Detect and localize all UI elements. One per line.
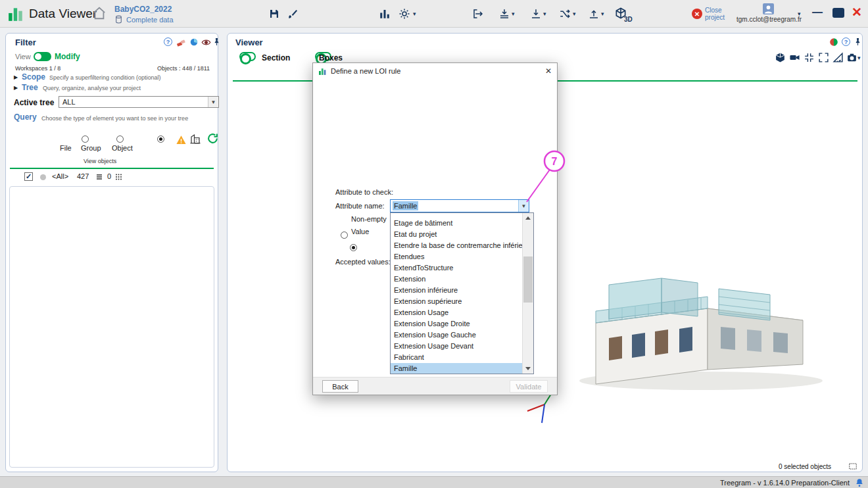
- scope-section-label[interactable]: Scope: [22, 72, 45, 82]
- dropdown-item[interactable]: Extension Usage Droite: [391, 318, 522, 329]
- tree-section-label[interactable]: Tree: [22, 83, 38, 92]
- dropdown-item-selected[interactable]: Famille: [391, 363, 522, 374]
- package-icon[interactable]: [775, 52, 786, 63]
- dropdown-item-clipped[interactable]: [391, 213, 522, 218]
- scroll-down-icon[interactable]: [523, 364, 533, 373]
- attribute-name-combobox[interactable]: Famille ▼: [390, 199, 529, 212]
- chevron-down-icon[interactable]: ▾: [512, 11, 515, 17]
- scroll-up-icon[interactable]: [523, 214, 533, 222]
- paint-brush-icon[interactable]: [287, 8, 299, 20]
- dropdown-item[interactable]: Fabricant: [391, 352, 522, 363]
- chevron-down-icon[interactable]: ▼: [518, 200, 529, 212]
- dropdown-item[interactable]: Extension inférieure: [391, 285, 522, 296]
- radio-file-label[interactable]: File: [60, 144, 72, 152]
- chevron-down-icon[interactable]: ▾: [413, 11, 416, 17]
- dialog-close-icon[interactable]: ✕: [545, 66, 552, 76]
- close-project-icon[interactable]: ✕: [692, 9, 702, 19]
- attribute-dropdown-list: Etage de bâtiment Etat du projet Etendre…: [390, 212, 534, 374]
- download-icon[interactable]: [530, 8, 542, 20]
- view-modify-toggle[interactable]: [34, 52, 51, 61]
- 3d-building-model[interactable]: [546, 216, 829, 401]
- dropdown-item[interactable]: Extension Usage: [391, 307, 522, 318]
- save-icon[interactable]: [268, 8, 280, 20]
- home-icon[interactable]: [92, 6, 107, 20]
- video-camera-icon[interactable]: [789, 52, 800, 63]
- help-icon[interactable]: ?: [842, 37, 850, 46]
- radio-non-empty[interactable]: [341, 232, 348, 239]
- dropdown-item[interactable]: Extension: [391, 274, 522, 285]
- collapse-view-icon[interactable]: [804, 52, 815, 63]
- user-email[interactable]: tgm.cclot@treegram.fr: [736, 16, 802, 23]
- dropdown-item[interactable]: Etage de bâtiment: [391, 218, 522, 229]
- pin-icon[interactable]: [212, 37, 221, 46]
- selection-box-icon[interactable]: [848, 462, 857, 471]
- radio-non-empty-label[interactable]: Non-empty: [351, 215, 387, 223]
- section-color-icon[interactable]: [829, 37, 838, 47]
- radio-group-label[interactable]: Group: [81, 144, 101, 152]
- chevron-down-icon[interactable]: ▾: [601, 11, 604, 17]
- upload-icon[interactable]: [588, 8, 600, 20]
- pie-chart-icon[interactable]: [189, 37, 199, 47]
- view-objects-label: View objects: [84, 158, 116, 164]
- dropdown-item[interactable]: Extension Usage Gauche: [391, 329, 522, 341]
- chevron-down-icon[interactable]: ▾: [543, 11, 546, 17]
- user-avatar-icon[interactable]: [763, 3, 774, 14]
- query-section-label[interactable]: Query: [14, 112, 37, 122]
- dialog-icon: [318, 67, 327, 76]
- dropdown-item[interactable]: Extension supérieure: [391, 296, 522, 307]
- list-icon[interactable]: [95, 173, 103, 181]
- tree-row-checkbox[interactable]: ✓: [24, 172, 33, 181]
- dropdown-item[interactable]: Etendues: [391, 251, 522, 262]
- tree-row-zero: 0: [107, 172, 111, 180]
- shuffle-icon[interactable]: [559, 8, 571, 20]
- tree-content-area[interactable]: [9, 186, 214, 468]
- radio-object[interactable]: [157, 135, 164, 143]
- refresh-icon[interactable]: [206, 132, 219, 145]
- chevron-down-icon[interactable]: ▾: [573, 11, 576, 17]
- back-button[interactable]: Back: [322, 380, 358, 393]
- expander-icon[interactable]: ▶: [14, 85, 18, 91]
- minimize-icon[interactable]: —: [812, 7, 823, 18]
- expander-icon[interactable]: ▶: [14, 74, 18, 80]
- measure-icon[interactable]: [832, 52, 844, 63]
- section-toggle[interactable]: [239, 52, 256, 61]
- active-tree-select[interactable]: ALL ▼: [59, 96, 219, 108]
- settings-gear-icon[interactable]: [398, 8, 410, 20]
- maximize-icon[interactable]: [832, 8, 844, 18]
- chevron-down-icon[interactable]: ▾: [857, 55, 861, 61]
- window-close-icon[interactable]: ✕: [852, 5, 862, 20]
- radio-value[interactable]: [350, 244, 357, 251]
- camera-icon[interactable]: [846, 52, 857, 63]
- chevron-down-icon[interactable]: ▾: [798, 11, 801, 17]
- project-name[interactable]: BabyCO2_2022: [114, 5, 172, 14]
- expand-view-icon[interactable]: [818, 52, 829, 63]
- dialog-titlebar[interactable]: Define a new LOI rule ✕: [313, 63, 557, 79]
- label-3d: 3D: [624, 16, 633, 23]
- grid-icon[interactable]: [114, 173, 122, 181]
- radio-value-label[interactable]: Value: [351, 228, 369, 235]
- eraser-icon[interactable]: [176, 37, 186, 47]
- close-project-label[interactable]: Close project: [705, 7, 733, 21]
- dropdown-item[interactable]: Etendre la base de contremarche inférieu…: [391, 240, 522, 251]
- radio-object-label[interactable]: Object: [112, 144, 133, 152]
- dropdown-item[interactable]: ExtendToStructure: [391, 262, 522, 274]
- bar-chart-icon[interactable]: [379, 8, 391, 20]
- bell-icon[interactable]: [855, 478, 864, 487]
- dropdown-item[interactable]: Extnesion Usage Devant: [391, 341, 522, 352]
- radio-group[interactable]: [116, 135, 124, 143]
- pin-icon[interactable]: [854, 37, 862, 46]
- workspaces-count: Workspaces 1 / 8: [15, 65, 60, 72]
- dropdown-item[interactable]: Etat du projet: [391, 229, 522, 240]
- tree-row-label[interactable]: <All>: [52, 172, 68, 180]
- import-icon[interactable]: [472, 8, 484, 20]
- help-icon[interactable]: ?: [164, 37, 172, 46]
- radio-file[interactable]: [82, 135, 89, 143]
- download-all-icon[interactable]: [498, 8, 510, 20]
- dialog-footer: Back Validate: [313, 377, 557, 395]
- building-icon[interactable]: [189, 133, 201, 145]
- validate-button[interactable]: Validate: [510, 380, 548, 393]
- dropdown-scrollbar[interactable]: [522, 213, 533, 374]
- scrollbar-thumb[interactable]: [523, 256, 533, 303]
- green-divider: [10, 168, 214, 169]
- eye-icon[interactable]: [201, 37, 211, 47]
